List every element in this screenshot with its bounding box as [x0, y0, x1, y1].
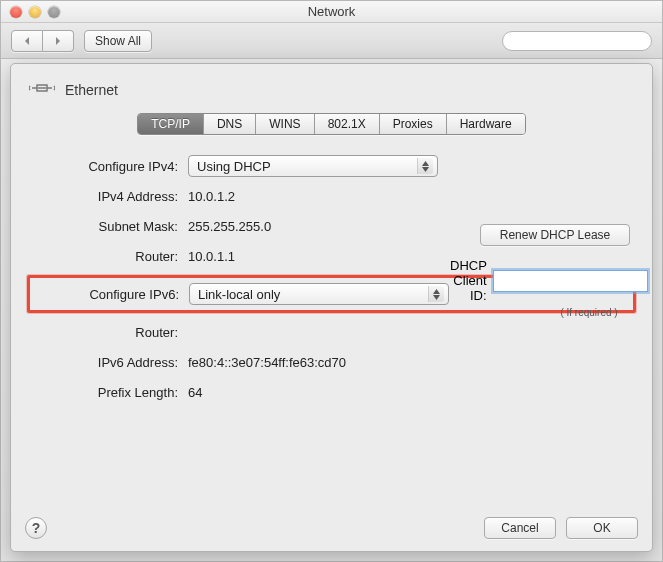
- value-prefix-length: 64: [188, 385, 630, 400]
- label-prefix-length: Prefix Length:: [33, 385, 188, 400]
- ethernet-icon: [29, 78, 55, 101]
- tab-8021x[interactable]: 802.1X: [315, 114, 380, 134]
- tab-tcpip[interactable]: TCP/IP: [138, 114, 204, 134]
- select-configure-ipv4[interactable]: Using DHCP: [188, 155, 438, 177]
- forward-button[interactable]: [43, 30, 74, 52]
- sheet-header: Ethernet: [11, 64, 652, 109]
- label-dhcp-client-id: DHCP Client ID:: [450, 258, 493, 303]
- tab-hardware[interactable]: Hardware: [447, 114, 525, 134]
- cancel-button[interactable]: Cancel: [484, 517, 556, 539]
- tabbar: TCP/IP DNS WINS 802.1X Proxies Hardware: [11, 113, 652, 135]
- chevron-updown-icon: [428, 286, 444, 302]
- titlebar: Network: [1, 1, 662, 23]
- back-button[interactable]: [11, 30, 43, 52]
- hint-if-required: ( If required ): [548, 307, 630, 318]
- interface-name: Ethernet: [65, 82, 118, 98]
- tab-dns[interactable]: DNS: [204, 114, 256, 134]
- search-input[interactable]: [515, 34, 649, 48]
- label-configure-ipv6: Configure IPv6:: [34, 287, 189, 302]
- prefs-window: Network Show All Ethernet TCP/IP DNS WIN…: [0, 0, 663, 562]
- window-title: Network: [1, 4, 662, 19]
- chevron-updown-icon: [417, 158, 433, 174]
- label-ipv4-address: IPv4 Address:: [33, 189, 188, 204]
- sheet-footer: ? Cancel OK: [25, 517, 638, 539]
- label-ipv6-router: Router:: [33, 325, 188, 340]
- ok-button[interactable]: OK: [566, 517, 638, 539]
- help-button[interactable]: ?: [25, 517, 47, 539]
- dhcp-column: Renew DHCP Lease DHCP Client ID: ( If re…: [450, 224, 630, 318]
- show-all-button[interactable]: Show All: [84, 30, 152, 52]
- select-configure-ipv6[interactable]: Link-local only: [189, 283, 449, 305]
- label-ipv6-address: IPv6 Address:: [33, 355, 188, 370]
- renew-dhcp-button[interactable]: Renew DHCP Lease: [480, 224, 630, 246]
- select-configure-ipv6-value: Link-local only: [198, 287, 280, 302]
- tab-proxies[interactable]: Proxies: [380, 114, 447, 134]
- advanced-sheet: Ethernet TCP/IP DNS WINS 802.1X Proxies …: [10, 63, 653, 552]
- value-ipv4-address: 10.0.1.2: [188, 189, 630, 204]
- value-ipv6-address: fe80:4::3e07:54ff:fe63:cd70: [188, 355, 630, 370]
- input-dhcp-client-id[interactable]: [493, 270, 648, 292]
- label-configure-ipv4: Configure IPv4:: [33, 159, 188, 174]
- tab-wins[interactable]: WINS: [256, 114, 314, 134]
- label-subnet-mask: Subnet Mask:: [33, 219, 188, 234]
- toolbar: Show All: [1, 23, 662, 59]
- label-ipv4-router: Router:: [33, 249, 188, 264]
- search-field[interactable]: [502, 31, 652, 51]
- nav-back-forward: [11, 30, 74, 52]
- select-configure-ipv4-value: Using DHCP: [197, 159, 271, 174]
